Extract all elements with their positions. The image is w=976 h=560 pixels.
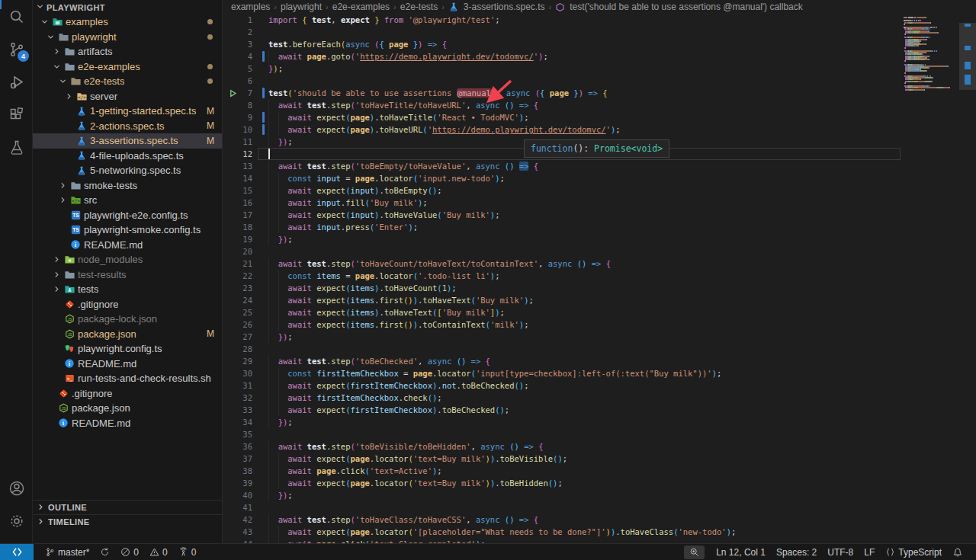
code-line-2[interactable]: 2 <box>223 26 976 38</box>
tree-item-examples[interactable]: examples <box>33 14 222 30</box>
tree-item-package-lock.json[interactable]: JSpackage-lock.json <box>33 312 222 327</box>
tree-item-package.json[interactable]: JSpackage.json <box>33 401 222 416</box>
editor-scrollbar[interactable] <box>959 14 976 543</box>
tree-item-3-assertions.spec.ts[interactable]: 3-assertions.spec.tsM <box>33 133 222 149</box>
tree-item-tests[interactable]: tests <box>33 282 222 297</box>
breadcrumb-item[interactable]: playwright <box>281 2 322 12</box>
code-line-9[interactable]: 9 await expect(page).toHaveTitle('React … <box>223 111 976 123</box>
activitybar-run-debug-icon[interactable] <box>0 66 33 98</box>
activitybar-search-icon[interactable] <box>0 0 33 33</box>
tree-item-readme.md[interactable]: iREADME.md <box>33 238 222 253</box>
tree-item-e2e-tests[interactable]: e2e-tests <box>33 74 222 89</box>
tree-item-package.json[interactable]: JSpackage.jsonM <box>33 327 222 342</box>
code-line-41[interactable]: 41 <box>223 501 976 514</box>
activitybar-account-icon[interactable] <box>0 472 33 504</box>
statusbar-notifications[interactable] <box>947 544 968 560</box>
statusbar-eol[interactable]: LF <box>859 544 880 560</box>
tree-item-run-tests-and-check-results.sh[interactable]: >_run-tests-and-check-results.sh <box>33 371 222 386</box>
code-line-32[interactable]: 32 await firstItemCheckbox.check(); <box>223 392 976 404</box>
code-line-22[interactable]: 22 const items = page.locator('.todo-lis… <box>223 270 976 282</box>
code-line-34[interactable]: 34 }); <box>223 416 976 428</box>
outline-panel-header[interactable]: OUTLINE <box>33 500 222 514</box>
statusbar-zoom[interactable] <box>684 546 705 559</box>
tree-item-artifacts[interactable]: artifacts <box>33 44 222 59</box>
activitybar-testing-icon[interactable] <box>0 131 33 164</box>
tree-item-2-actions.spec.ts[interactable]: 2-actions.spec.tsM <box>33 119 222 134</box>
statusbar-errors[interactable]: 0 <box>115 544 144 560</box>
code-line-44[interactable]: 44 await page.click('text=Clear complete… <box>223 538 976 543</box>
tree-item-node-modules[interactable]: node_modules <box>33 252 222 267</box>
tree-item-test-results[interactable]: test-results <box>33 267 222 283</box>
statusbar-language-mode[interactable]: TypeScript <box>880 544 947 560</box>
code-line-19[interactable]: 19 }); <box>223 233 976 245</box>
code-line-6[interactable]: 6 <box>223 75 976 87</box>
code-line-26[interactable]: 26 await expect(items.first()).toContain… <box>223 318 976 331</box>
tree-item-.gitignore[interactable]: .gitignore <box>33 386 222 402</box>
timeline-panel-header[interactable]: TIMELINE <box>33 514 222 529</box>
tree-item-4-file-uploads.spec.ts[interactable]: 4-file-uploads.spec.ts <box>33 149 222 164</box>
statusbar-sync[interactable] <box>95 544 115 560</box>
code-line-15[interactable]: 15 await expect(input).toBeEmpty(); <box>223 184 976 197</box>
code-line-20[interactable]: 20 <box>223 245 976 258</box>
tree-item-playwright[interactable]: playwright <box>33 30 222 45</box>
code-line-33[interactable]: 33 await expect(firstItemCheckbox).toBeC… <box>223 404 976 416</box>
code-line-27[interactable]: 27 }); <box>223 331 976 343</box>
code-line-21[interactable]: 21 await test.step('toHaveCount/toHaveTe… <box>223 258 976 270</box>
activitybar-settings-icon[interactable] <box>0 504 33 537</box>
sidebar-section-header[interactable]: PLAYWRIGHT <box>33 0 222 14</box>
code-line-42[interactable]: 42 await test.step('toHaveClass/toHaveCS… <box>223 514 976 526</box>
code-line-24[interactable]: 24 await expect(items.first()).toHaveTex… <box>223 294 976 306</box>
breadcrumb-item[interactable]: e2e-tests <box>400 2 438 12</box>
code-area[interactable]: 1import { test, expect } from '@playwrig… <box>223 14 976 543</box>
statusbar-indentation[interactable]: Spaces: 2 <box>771 544 822 560</box>
code-line-16[interactable]: 16 await input.fill('Buy milk'); <box>223 197 976 209</box>
tree-item-playwright-e2e.config.ts[interactable]: TSplaywright-e2e.config.ts <box>33 208 222 223</box>
code-line-40[interactable]: 40 }); <box>223 489 976 501</box>
tree-item-playwright-smoke.config.ts[interactable]: TSplaywright-smoke.config.ts <box>33 222 222 238</box>
code-line-25[interactable]: 25 await expect(items).toHaveText(['Buy … <box>223 306 976 318</box>
code-line-29[interactable]: 29 await test.step('toBeChecked', async … <box>223 355 976 367</box>
code-line-18[interactable]: 18 await input.press('Enter'); <box>223 221 976 233</box>
breadcrumb-item[interactable]: e2e-examples <box>332 2 390 12</box>
breadcrumb-item[interactable]: test('should be able to use assertions @… <box>555 2 803 12</box>
activitybar-source-control-icon[interactable]: 4 <box>0 33 33 66</box>
code-line-39[interactable]: 39 await expect(page.locator('text=Buy m… <box>223 477 976 489</box>
tree-item-1-getting-started.spec.ts[interactable]: 1-getting-started.spec.tsM <box>33 104 222 119</box>
tree-item-src[interactable]: </>src <box>33 193 222 208</box>
statusbar-git-branch[interactable]: master* <box>40 544 95 560</box>
code-line-23[interactable]: 23 await expect(items).toHaveCount(1); <box>223 282 976 294</box>
statusbar-remote[interactable] <box>0 544 34 560</box>
code-line-7[interactable]: 7test('should be able to use assertions … <box>223 87 976 99</box>
code-line-31[interactable]: 31 await expect(firstItemCheckbox).not.t… <box>223 379 976 392</box>
code-line-36[interactable]: 36 await test.step('toBeVisible/toBeHidd… <box>223 440 976 453</box>
statusbar-ports[interactable]: 0 <box>173 544 202 560</box>
code-line-43[interactable]: 43 await expect(page.locator('[placehold… <box>223 526 976 538</box>
code-line-13[interactable]: 13 await test.step('toBeEmpty/toHaveValu… <box>223 160 976 172</box>
breadcrumb-item[interactable]: 3-assertions.spec.ts <box>448 2 545 12</box>
code-line-4[interactable]: 4 await page.goto('https://demo.playwrig… <box>223 50 976 62</box>
statusbar-cursor-position[interactable]: Ln 12, Col 1 <box>711 544 771 560</box>
tree-item-.gitignore[interactable]: .gitignore <box>33 297 222 312</box>
tree-item-playwright.config.ts[interactable]: playwright.config.ts <box>33 341 222 357</box>
code-line-3[interactable]: 3test.beforeEach(async ({ page }) => { <box>223 38 976 50</box>
code-line-38[interactable]: 38 await page.click('text=Active'); <box>223 465 976 477</box>
code-line-5[interactable]: 5}); <box>223 62 976 75</box>
statusbar-encoding[interactable]: UTF-8 <box>822 544 859 560</box>
code-line-37[interactable]: 37 await expect(page.locator('text=Buy m… <box>223 453 976 465</box>
tree-item-readme.md[interactable]: iREADME.md <box>33 357 222 372</box>
code-line-30[interactable]: 30 const firstItemCheckbox = page.locato… <box>223 367 976 379</box>
code-line-17[interactable]: 17 await expect(input).toHaveValue('Buy … <box>223 209 976 221</box>
tree-item-e2e-examples[interactable]: e2e-examples <box>33 59 222 75</box>
tree-item-server[interactable]: </>server <box>33 89 222 104</box>
code-line-8[interactable]: 8 await test.step('toHaveTitle/toHaveURL… <box>223 99 976 111</box>
tree-item-5-networking.spec.ts[interactable]: 5-networking.spec.ts <box>33 163 222 178</box>
code-line-14[interactable]: 14 const input = page.locator('input.new… <box>223 172 976 184</box>
tree-item-smoke-tests[interactable]: smoke-tests <box>33 178 222 194</box>
activitybar-extensions-icon[interactable] <box>0 98 33 131</box>
code-line-1[interactable]: 1import { test, expect } from '@playwrig… <box>223 14 976 26</box>
tree-item-readme.md[interactable]: iREADME.md <box>33 416 222 431</box>
code-line-35[interactable]: 35 <box>223 428 976 440</box>
breadcrumb-item[interactable]: examples <box>231 2 270 12</box>
statusbar-warnings[interactable]: 0 <box>144 544 173 560</box>
code-line-10[interactable]: 10 await expect(page).toHaveURL('https:/… <box>223 123 976 136</box>
